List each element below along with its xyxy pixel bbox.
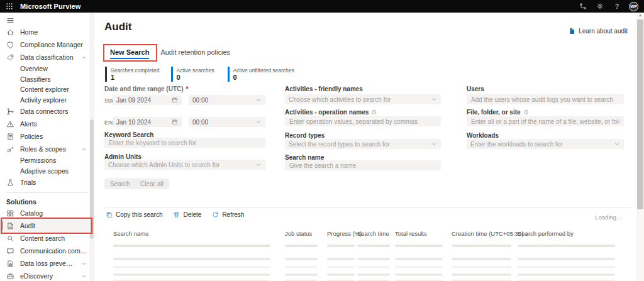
sidebar-item-compliance-manager[interactable]: Compliance Manager: [0, 38, 94, 51]
keyword-search-input[interactable]: [104, 138, 265, 148]
sidebar-item-ediscovery[interactable]: eDiscovery: [0, 270, 94, 281]
scrollbar-thumb[interactable]: [637, 19, 643, 209]
record-types-select[interactable]: Select the record types to search for: [285, 139, 441, 149]
sidebar-item-home[interactable]: Home: [0, 26, 94, 38]
purview-audit-page: { "topbar": { "app_title": "Microsoft Pu…: [0, 0, 644, 281]
sidebar-item-data-connectors[interactable]: Data connectors: [0, 105, 94, 118]
sidebar-item-trials[interactable]: Trials: [0, 176, 94, 189]
help-icon[interactable]: ?: [613, 3, 621, 10]
file-folder-site-input[interactable]: [467, 116, 624, 126]
skeleton-bar: [113, 273, 270, 276]
chevron-down-icon: [255, 119, 262, 125]
stat-active-searches: Active searches 0: [171, 67, 216, 82]
column-header-job-status[interactable]: Job status: [285, 230, 312, 237]
info-icon[interactable]: [371, 109, 377, 115]
column-header-search-time[interactable]: Search time: [357, 230, 389, 237]
skeleton-bar: [357, 258, 390, 260]
alerts-warning-icon: [6, 120, 14, 128]
section-divider: [104, 207, 633, 208]
stats-row: Searches completed 1 Active searches 0 A…: [105, 67, 294, 82]
sidebar-item-adaptive-scopes[interactable]: Adaptive scopes: [0, 166, 94, 177]
skeleton-bar: [452, 245, 511, 247]
sidebar-item-content-search[interactable]: Content search: [0, 232, 94, 245]
delete-button[interactable]: Delete: [173, 211, 201, 218]
start-time-select[interactable]: 00:00: [189, 95, 265, 105]
user-avatar[interactable]: WP: [629, 2, 638, 11]
sidebar-item-policies[interactable]: Policies: [0, 130, 94, 143]
chevron-up-icon: [81, 55, 88, 60]
column-header-total-results[interactable]: Total results: [395, 230, 427, 237]
app-title: Microsoft Purview: [20, 3, 80, 10]
document-lock-icon: [6, 260, 14, 268]
skeleton-bar: [518, 258, 615, 260]
sidebar-item-overview[interactable]: Overview: [0, 63, 94, 74]
search-button[interactable]: Search: [104, 179, 136, 189]
learn-about-audit-link[interactable]: Learn about audit: [569, 28, 628, 35]
policies-icon: [6, 133, 14, 141]
beaker-icon: [6, 179, 14, 187]
sidebar-item-alerts[interactable]: Alerts: [0, 118, 94, 130]
end-date-input[interactable]: Jan 10 2024: [113, 117, 182, 127]
sidebar-item-roles-scopes[interactable]: Roles & scopes: [0, 143, 94, 155]
main-content: Audit Learn about audit New Search Audit…: [94, 13, 636, 281]
sidebar-item-permissions[interactable]: Permissions: [0, 155, 94, 166]
chevron-down-icon: [431, 141, 437, 147]
stat-active-unfiltered-searches: Active unfiltered searches 0: [228, 67, 294, 82]
home-icon: [6, 28, 14, 36]
file-folder-site-label: File, folder, or site: [467, 109, 529, 116]
clear-all-button[interactable]: Clear all: [135, 179, 169, 189]
sidebar-item-data-loss-prevention[interactable]: Data loss prevention: [0, 257, 94, 270]
copy-search-button[interactable]: Copy this search: [106, 211, 162, 218]
sidebar-item-activity-explorer[interactable]: Activity explorer: [0, 95, 94, 106]
refresh-button[interactable]: Refresh: [212, 211, 244, 218]
info-icon[interactable]: [523, 109, 529, 115]
data-connectors-icon: [6, 107, 14, 116]
skeleton-bar: [113, 258, 270, 260]
scroll-up-arrow-icon[interactable]: ▲: [636, 13, 644, 17]
skeleton-bar: [395, 266, 443, 268]
record-types-label: Record types: [285, 132, 325, 139]
activities-friendly-select[interactable]: Choose which activities to search for: [285, 94, 441, 104]
app-launcher-icon[interactable]: [6, 3, 13, 10]
skeleton-bar: [113, 266, 270, 268]
hamburger-menu-icon[interactable]: [0, 14, 94, 26]
selection-indicator: [1, 221, 3, 230]
sidebar-item-data-classification[interactable]: Data classification: [0, 51, 94, 63]
tab-audit-retention-policies[interactable]: Audit retention policies: [155, 44, 236, 60]
sidebar-item-classifiers[interactable]: Classifiers: [0, 74, 94, 85]
date-range-label: Date and time range (UTC)*: [104, 85, 188, 92]
skeleton-bar: [518, 273, 615, 276]
skeleton-bar: [395, 258, 443, 260]
skeleton-bar: [285, 273, 318, 276]
activities-operation-input[interactable]: [285, 116, 441, 126]
sidebar-item-content-explorer[interactable]: Content explorer: [0, 84, 94, 95]
grid-icon: [6, 209, 14, 218]
skeleton-bar: [327, 266, 355, 268]
sidebar-item-audit[interactable]: Audit: [0, 219, 94, 232]
sidebar-item-communication-compliance[interactable]: Communication compliance: [0, 245, 94, 257]
workloads-select[interactable]: Enter the workloads to search for: [467, 139, 624, 149]
chevron-down-icon: [255, 97, 262, 103]
column-header-creation-time[interactable]: Creation time (UTC+05:30) ↓: [452, 230, 528, 237]
start-date-input[interactable]: Jan 09 2024: [113, 95, 182, 105]
skeleton-bar: [518, 245, 615, 247]
chevron-up-icon: [81, 146, 88, 152]
admin-units-select[interactable]: Choose which Admin Units to search for: [104, 160, 265, 170]
column-header-search-performed-by[interactable]: Search performed by: [518, 230, 574, 237]
workflow-icon[interactable]: [579, 3, 587, 10]
results-toolbar: Copy this search Delete Refresh: [106, 211, 244, 218]
end-time-select[interactable]: 00:00: [189, 117, 265, 127]
settings-gear-icon[interactable]: [596, 3, 604, 10]
search-name-input[interactable]: [285, 160, 441, 170]
page-title: Audit: [104, 21, 131, 33]
sidebar-item-catalog[interactable]: Catalog: [0, 207, 94, 219]
sidebar-scrollbar-thumb[interactable]: [90, 119, 94, 239]
calendar-icon: [172, 119, 178, 125]
skeleton-bar: [113, 245, 270, 247]
skeleton-bar: [327, 273, 355, 276]
users-input[interactable]: [467, 94, 624, 104]
skeleton-bar: [395, 273, 443, 276]
tab-new-search[interactable]: New Search: [104, 44, 155, 60]
data-classification-icon: [6, 53, 14, 62]
column-header-search-name[interactable]: Search name: [113, 230, 149, 237]
